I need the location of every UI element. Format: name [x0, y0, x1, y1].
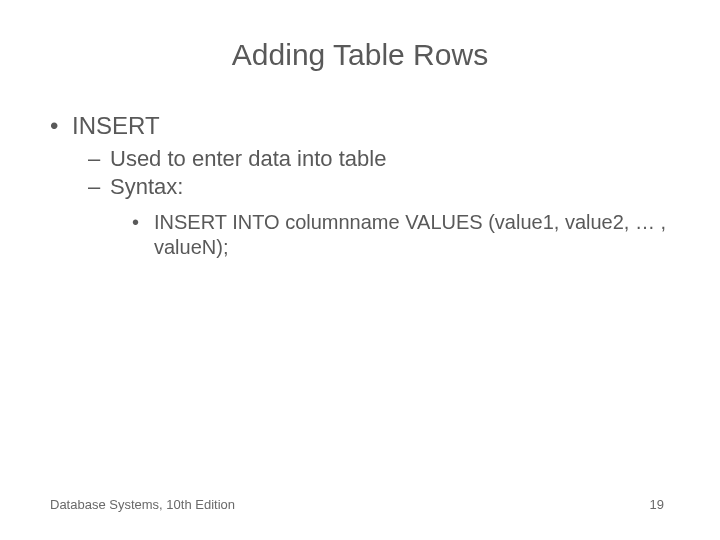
bullet-level3-code: INSERT INTO columnname VALUES (value1, v… — [154, 210, 670, 260]
bullet-level2-syntax: Syntax: — [110, 174, 670, 200]
slide-title: Adding Table Rows — [50, 38, 670, 72]
footer-page-number: 19 — [650, 497, 664, 512]
slide-container: Adding Table Rows INSERT Used to enter d… — [0, 0, 720, 540]
bullet-level1: INSERT — [72, 112, 670, 140]
bullet-level2-description: Used to enter data into table — [110, 146, 670, 172]
footer-source: Database Systems, 10th Edition — [50, 497, 235, 512]
